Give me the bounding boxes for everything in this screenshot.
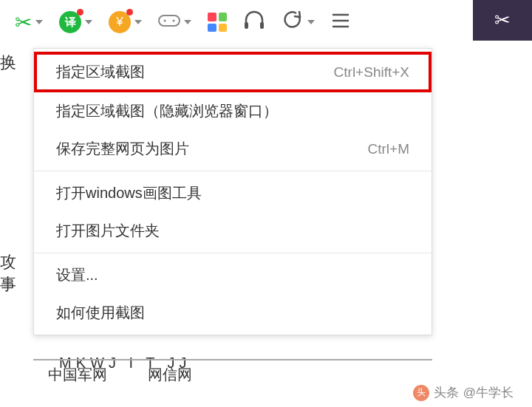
menu-item-open-paint[interactable]: 打开windows画图工具 — [34, 174, 432, 212]
headphones-icon — [243, 10, 265, 35]
svg-point-1 — [164, 19, 166, 21]
menu-label: 如何使用截图 — [56, 303, 145, 323]
watermark-prefix: 头条 — [434, 384, 459, 401]
menu-item-region-screenshot[interactable]: 指定区域截图 Ctrl+Shift+X — [34, 52, 432, 92]
chevron-down-icon — [184, 20, 191, 24]
toutiao-icon: 头 — [413, 385, 429, 401]
watermark: 头 头条 @牛学长 — [413, 384, 514, 401]
watermark-user: @牛学长 — [463, 384, 514, 401]
browser-toolbar: ✂ 译 ¥ — [0, 0, 532, 44]
menu-label: 指定区域截图（隐藏浏览器窗口） — [56, 101, 278, 121]
svg-rect-4 — [260, 22, 264, 29]
svg-rect-0 — [159, 16, 180, 26]
scissors-icon: ✂ — [15, 10, 32, 35]
translate-icon: 译 — [59, 11, 81, 33]
undo-button[interactable] — [282, 10, 315, 35]
background-text-left: 换 攻事 — [0, 52, 30, 407]
menu-label: 设置... — [56, 265, 98, 285]
headphones-button[interactable] — [243, 10, 265, 35]
wallet-button[interactable]: ¥ — [109, 11, 142, 33]
menu-shortcut: Ctrl+M — [368, 141, 409, 157]
menu-item-open-folder[interactable]: 打开图片文件夹 — [34, 212, 432, 250]
menu-item-settings[interactable]: 设置... — [34, 256, 432, 294]
apps-grid-icon — [208, 13, 227, 32]
svg-point-2 — [173, 19, 175, 21]
menu-label: 指定区域截图 — [56, 62, 145, 82]
chevron-down-icon — [85, 20, 92, 24]
menu-divider — [34, 253, 432, 253]
app-tab-cut-icon[interactable]: ✂ — [473, 0, 532, 41]
chevron-down-icon — [134, 20, 142, 24]
menu-divider — [34, 171, 432, 171]
menu-item-region-screenshot-hidden[interactable]: 指定区域截图（隐藏浏览器窗口） — [34, 92, 432, 130]
bg-char: 攻事 — [0, 251, 30, 295]
undo-icon — [282, 10, 304, 35]
menu-label: 保存完整网页为图片 — [56, 139, 189, 159]
bg-link[interactable]: 中国军网 — [48, 365, 107, 381]
bg-char: 换 — [0, 52, 30, 74]
currency-icon: ¥ — [109, 11, 131, 33]
apps-grid-button[interactable] — [208, 13, 227, 32]
bg-link[interactable]: 网信网 — [148, 365, 192, 381]
screenshot-dropdown-menu: 指定区域截图 Ctrl+Shift+X 指定区域截图（隐藏浏览器窗口） 保存完整… — [33, 48, 432, 335]
menu-label: 打开图片文件夹 — [56, 221, 160, 241]
menu-shortcut: Ctrl+Shift+X — [334, 64, 409, 81]
hamburger-icon — [331, 11, 350, 34]
svg-rect-3 — [245, 22, 248, 29]
translate-button[interactable]: 译 — [59, 11, 92, 33]
menu-item-save-full-page[interactable]: 保存完整网页为图片 Ctrl+M — [34, 130, 432, 168]
menu-label: 打开windows画图工具 — [56, 183, 202, 203]
screenshot-tool-button[interactable]: ✂ — [15, 10, 43, 35]
chevron-down-icon — [35, 20, 43, 24]
main-menu-button[interactable] — [331, 11, 350, 34]
gamepad-button[interactable] — [158, 11, 191, 34]
menu-item-how-to-use[interactable]: 如何使用截图 — [34, 294, 432, 332]
chevron-down-icon — [307, 20, 315, 24]
background-links-bar: 中国军网 网信网 — [33, 359, 432, 381]
gamepad-icon — [158, 11, 180, 34]
scissors-icon: ✂ — [494, 9, 511, 32]
